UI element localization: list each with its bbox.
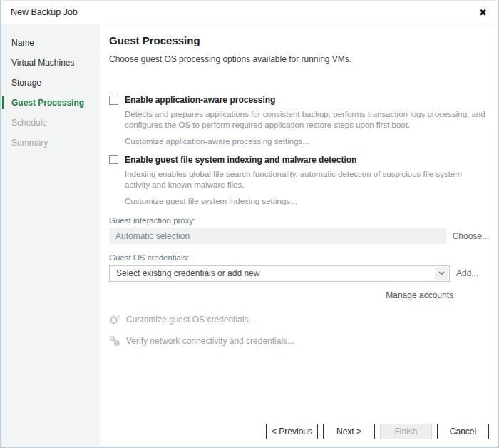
- content-panel: Guest Processing Choose guest OS process…: [100, 24, 498, 447]
- file-indexing-checkbox[interactable]: [109, 155, 118, 164]
- wizard-steps-sidebar: Name Virtual Machines Storage Guest Proc…: [1, 24, 100, 447]
- guest-os-credentials-label: Guest OS credentials:: [109, 253, 489, 262]
- gear-pencil-icon: [109, 314, 120, 325]
- next-button[interactable]: Next >: [323, 424, 375, 439]
- verify-connectivity-link: Verify network connectivity and credenti…: [126, 336, 294, 346]
- close-icon[interactable]: ✖: [477, 6, 489, 19]
- file-indexing-description: Indexing enables global file search func…: [125, 169, 489, 190]
- sidebar-item-virtual-machines[interactable]: Virtual Machines: [1, 53, 100, 73]
- chevron-down-icon[interactable]: [435, 267, 448, 280]
- application-aware-label[interactable]: Enable application-aware processing: [125, 95, 275, 105]
- choose-button: Choose...: [453, 231, 489, 241]
- window-title: New Backup Job: [11, 7, 78, 17]
- guest-interaction-proxy-field: Automatic selection: [109, 228, 446, 244]
- titlebar: New Backup Job ✖: [1, 1, 498, 24]
- customize-app-aware-link: Customize application-aware processing s…: [125, 137, 489, 146]
- finish-button: Finish: [380, 424, 432, 439]
- add-button[interactable]: Add...: [456, 268, 489, 278]
- sidebar-item-guest-processing[interactable]: Guest Processing: [1, 93, 100, 113]
- sidebar-item-storage[interactable]: Storage: [1, 73, 100, 93]
- verify-connectivity-row: Verify network connectivity and credenti…: [109, 335, 489, 347]
- application-aware-description: Detects and prepares applications for co…: [125, 109, 489, 131]
- credentials-selected-value: Select existing credentials or add new: [116, 268, 435, 278]
- network-check-icon: [109, 335, 120, 347]
- customize-credentials-row: Customize guest OS credentials...: [109, 314, 489, 325]
- manage-accounts-link[interactable]: Manage accounts: [386, 290, 453, 300]
- file-indexing-label[interactable]: Enable guest file system indexing and ma…: [125, 155, 356, 165]
- customize-credentials-link: Customize guest OS credentials...: [126, 315, 255, 325]
- page-title: Guest Processing: [109, 34, 489, 46]
- page-subtitle: Choose guest OS processing options avail…: [109, 54, 489, 64]
- wizard-footer: < Previous Next > Finish Cancel: [266, 424, 489, 439]
- customize-indexing-link: Customize guest file system indexing set…: [125, 197, 489, 205]
- guest-interaction-proxy-label: Guest interaction proxy:: [109, 216, 489, 225]
- application-aware-section: Enable application-aware processing Dete…: [109, 95, 489, 146]
- file-indexing-section: Enable guest file system indexing and ma…: [109, 155, 489, 205]
- sidebar-item-summary: Summary: [1, 133, 100, 153]
- new-backup-job-dialog: New Backup Job ✖ Name Virtual Machines S…: [0, 0, 499, 448]
- guest-os-credentials-dropdown[interactable]: Select existing credentials or add new: [109, 265, 450, 282]
- sidebar-item-name[interactable]: Name: [1, 33, 100, 53]
- sidebar-item-schedule: Schedule: [1, 113, 100, 133]
- application-aware-checkbox[interactable]: [109, 96, 118, 105]
- previous-button[interactable]: < Previous: [266, 424, 318, 439]
- cancel-button[interactable]: Cancel: [437, 424, 489, 439]
